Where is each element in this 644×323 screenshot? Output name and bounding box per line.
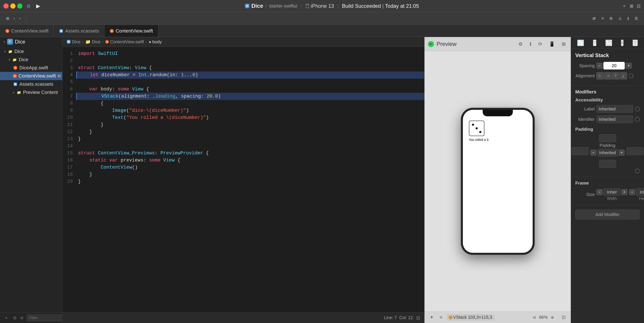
code-line-9[interactable]: Image("dice-\(diceNumber)")	[76, 107, 424, 114]
width-field[interactable]: Inher	[603, 188, 620, 196]
spacing-plus[interactable]: +	[626, 63, 632, 69]
align-center-btn[interactable]: ⊣	[604, 72, 612, 80]
code-editor: Dice › 📁 Dice › S ContentView.swift ›	[62, 37, 424, 323]
add-modifier-button[interactable]: Add Modifier	[575, 210, 640, 220]
acc-id-radio[interactable]	[635, 117, 640, 122]
breadcrumb-contentview[interactable]: S ContentView.swift	[105, 40, 144, 44]
sidebar-item-dice-sub[interactable]: ▾ 📁 Dice	[0, 56, 62, 64]
code-line-12[interactable]: }	[76, 128, 424, 136]
code-line-6[interactable]: var body: some View {	[76, 86, 424, 93]
breadcrumb-dice-project[interactable]: Dice	[67, 40, 80, 44]
preview-run-button[interactable]	[428, 41, 434, 47]
refresh-button[interactable]: ⇄	[591, 15, 598, 22]
height-field[interactable]: Inher	[636, 188, 644, 196]
sidebar-item-dice-group[interactable]: ▾ 📁 Dice	[0, 47, 62, 56]
sidebar-item-preview-content[interactable]: ▸ 📁 Preview Content	[0, 88, 62, 96]
alignment-radio[interactable]	[629, 74, 634, 78]
project-row[interactable]: ▾ Dice	[0, 37, 62, 46]
sidebar-item-diceapp[interactable]: S DiceApp.swift	[0, 64, 62, 72]
width-plus[interactable]: +	[622, 189, 628, 195]
info-button[interactable]: ℹ	[626, 15, 631, 22]
preview-rotate-btn[interactable]: ⟳	[536, 40, 544, 48]
code-line-10[interactable]: Text("You rolled a \(diceNumber)")	[76, 114, 424, 121]
padding-value[interactable]: Inherited	[597, 149, 618, 156]
sidebar-item-assets[interactable]: Assets.xcassets	[0, 80, 62, 88]
spacing-minus[interactable]: −	[596, 63, 602, 69]
acc-label-field[interactable]: Inherited	[596, 105, 633, 113]
padding-minus[interactable]: −	[590, 150, 596, 156]
secondary-toolbar: ⊞ ‹ › ⇄ ≡ ⚙ ⚠ ℹ ☰	[0, 12, 644, 25]
acc-label-radio[interactable]	[635, 106, 640, 111]
code-line-11[interactable]: }	[76, 121, 424, 128]
height-minus[interactable]: −	[629, 189, 635, 195]
grid-view-button[interactable]: ⊞	[4, 15, 11, 22]
code-line-15[interactable]: struct ContentView_Previews: PreviewProv…	[76, 150, 424, 157]
code-view-button[interactable]: ≡	[600, 15, 606, 22]
code-line-1[interactable]: import SwiftUI	[76, 50, 424, 57]
inspector-quick-help-icon[interactable]: ?	[593, 40, 596, 46]
code-line-16[interactable]: static var previews: some View {	[76, 157, 424, 164]
padding-right-field[interactable]	[626, 147, 644, 155]
padding-plus[interactable]: +	[618, 150, 624, 156]
back-button[interactable]: ‹	[12, 15, 16, 22]
code-line-4[interactable]: let diceNumber = Int.random(in: 1...6)	[76, 72, 424, 78]
preview-pin-btn[interactable]: ✦	[428, 314, 435, 321]
inspector-button[interactable]: ⊡	[637, 4, 640, 8]
tab-assets[interactable]: Assets.xcassets	[54, 25, 104, 37]
preview-duplicate-btn[interactable]: ⊞	[560, 40, 567, 48]
menu-button[interactable]: ☰	[633, 15, 640, 22]
device-selector[interactable]: iPhone 13	[305, 3, 334, 9]
code-content[interactable]: 1 2 3 4 5 6 7 8 9 10 11 12 13 14 15 16 1	[62, 47, 424, 312]
layout-button[interactable]: ⊞	[630, 4, 634, 8]
code-line-13[interactable]: }	[76, 136, 424, 142]
preview-info-btn[interactable]: ℹ	[528, 40, 533, 48]
align-leading-btn[interactable]: ⊥	[620, 72, 627, 80]
padding-top-field[interactable]	[599, 134, 616, 142]
sort-button[interactable]: ⊡	[12, 315, 18, 321]
minimize-button[interactable]	[10, 4, 16, 8]
settings-button[interactable]: ⚙	[608, 15, 614, 22]
code-line-5[interactable]	[76, 78, 424, 86]
padding-left-field[interactable]	[572, 147, 589, 155]
forward-button[interactable]: ›	[18, 15, 22, 22]
play-button[interactable]: ▶	[34, 2, 42, 10]
add-button[interactable]: ＋	[622, 3, 626, 9]
acc-id-field[interactable]: Inherited	[596, 116, 633, 123]
warn-button[interactable]: ⚠	[617, 15, 624, 22]
code-line-14[interactable]	[76, 142, 424, 150]
zoom-in-btn[interactable]: ⊕	[549, 314, 556, 321]
inspector-ui-icon[interactable]: ☰	[632, 40, 638, 46]
padding-bottom-field[interactable]	[599, 160, 616, 168]
spacing-value[interactable]: 20	[603, 62, 625, 70]
code-line-17[interactable]: ContentView()	[76, 164, 424, 171]
fullscreen-button[interactable]	[17, 4, 22, 8]
code-line-18[interactable]: }	[76, 171, 424, 178]
align-left-btn[interactable]: ⊢	[596, 72, 604, 80]
breadcrumb-dice-folder[interactable]: 📁 Dice	[85, 39, 100, 44]
preview-device-btn[interactable]: 📱	[547, 40, 556, 48]
tab-contentview-1[interactable]: S ContentView.swift	[0, 25, 54, 37]
more-button[interactable]: ⊙	[19, 315, 25, 321]
align-right-btn[interactable]: ⊤	[612, 72, 619, 80]
zoom-out-btn[interactable]: ⊖	[531, 314, 538, 321]
code-line-7[interactable]: VStack(alignment: .leading, spacing: 20.…	[76, 93, 424, 100]
sidebar-toggle-button[interactable]: ⊡	[25, 2, 32, 10]
add-file-button[interactable]: ＋	[2, 314, 10, 321]
width-minus[interactable]: −	[596, 189, 602, 195]
close-button[interactable]	[4, 4, 8, 8]
breadcrumb-body[interactable]: ◆ body	[149, 40, 162, 44]
inspector-info-icon[interactable]: ℹ	[621, 40, 624, 46]
code-line-19[interactable]: }	[76, 178, 424, 185]
inspector-file-icon[interactable]: 📄	[577, 40, 584, 46]
code-line-2[interactable]	[76, 57, 424, 64]
tab-contentview-2[interactable]: S ContentView.swift	[104, 25, 158, 37]
preview-layers-btn[interactable]: ≡	[438, 314, 444, 321]
code-line-3[interactable]: struct ContentView: View {	[76, 64, 424, 72]
height-stepper: − Inher +	[629, 188, 644, 196]
inspector-history-icon[interactable]: 🕐	[606, 40, 612, 46]
code-line-8[interactable]: {	[76, 100, 424, 107]
preview-settings-btn[interactable]: ⚙	[517, 40, 524, 48]
padding-radio[interactable]	[635, 168, 640, 173]
preview-expand-btn[interactable]: ⊡	[560, 314, 567, 321]
sidebar-item-contentview[interactable]: S ContentView.swift M	[0, 72, 62, 80]
